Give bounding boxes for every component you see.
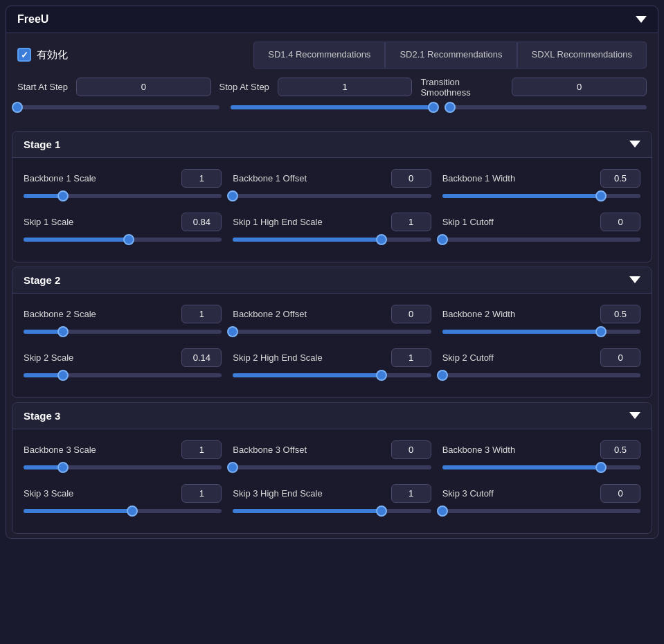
- skip-3-scale-group: Skip 3 Scale 1: [24, 481, 222, 525]
- stage-2-title: Stage 2: [24, 274, 60, 286]
- stage-2-backbone-row: Backbone 2 Scale 1 Backbone 2 Offset 0: [24, 302, 640, 346]
- skip-3-scale-slider[interactable]: [24, 506, 222, 517]
- stage-3-collapse-icon[interactable]: [629, 412, 640, 419]
- skip-3-cutoff-slider[interactable]: [442, 506, 640, 517]
- skip-3-cutoff-value[interactable]: 0: [600, 484, 640, 503]
- backbone-2-width-value[interactable]: 0.5: [600, 305, 640, 323]
- skip-2-cutoff-value[interactable]: 0: [600, 348, 640, 367]
- backbone-1-scale-value[interactable]: 1: [181, 169, 222, 188]
- backbone-1-offset-group: Backbone 1 Offset 0: [233, 166, 431, 210]
- backbone-3-scale-label: Backbone 3 Scale: [24, 445, 96, 455]
- backbone-1-width-value[interactable]: 0.5: [600, 169, 640, 188]
- skip-2-scale-value[interactable]: 0.14: [181, 348, 222, 367]
- skip-1-high-end-slider[interactable]: [233, 234, 431, 245]
- backbone-1-width-slider[interactable]: [442, 190, 640, 202]
- skip-3-high-end-group: Skip 3 High End Scale 1: [233, 481, 431, 525]
- skip-2-high-end-value[interactable]: 1: [391, 348, 431, 367]
- backbone-2-scale-value[interactable]: 1: [181, 305, 222, 323]
- backbone-2-width-slider[interactable]: [442, 326, 640, 337]
- skip-1-high-end-label: Skip 1 High End Scale: [233, 217, 322, 227]
- stage-3-section: Stage 3 Backbone 3 Scale 1 Backbone 3 Of…: [12, 402, 652, 534]
- stage-2-header: Stage 2: [12, 267, 652, 294]
- top-row: 有効化 SD1.4 Recommendations SD2.1 Recommen…: [17, 42, 647, 69]
- skip-1-scale-slider[interactable]: [24, 234, 222, 245]
- backbone-1-offset-slider[interactable]: [233, 190, 431, 202]
- stage-1-body: Backbone 1 Scale 1 Backbone 1 Offset 0: [12, 158, 652, 262]
- sd14-button[interactable]: SD1.4 Recommendations: [253, 42, 385, 69]
- start-step-value[interactable]: 0: [76, 78, 211, 96]
- skip-2-scale-slider[interactable]: [24, 370, 222, 381]
- backbone-1-width-label: Backbone 1 Width: [442, 173, 516, 184]
- backbone-3-width-group: Backbone 3 Width 0.5: [442, 438, 640, 481]
- skip-1-cutoff-group: Skip 1 Cutoff 0: [442, 210, 640, 253]
- skip-1-cutoff-label: Skip 1 Cutoff: [442, 217, 494, 227]
- backbone-2-offset-slider[interactable]: [233, 326, 431, 337]
- skip-1-scale-value[interactable]: 0.84: [181, 213, 222, 231]
- sd21-button[interactable]: SD2.1 Recommendations: [385, 42, 517, 69]
- skip-3-scale-value[interactable]: 1: [181, 484, 222, 503]
- backbone-3-width-slider[interactable]: [442, 462, 640, 473]
- enable-checkbox[interactable]: [17, 48, 31, 62]
- sdxl-button[interactable]: SDXL Recommendations: [517, 42, 647, 69]
- backbone-1-width-group: Backbone 1 Width 0.5: [442, 166, 640, 210]
- backbone-1-offset-label: Backbone 1 Offset: [233, 173, 307, 184]
- skip-1-scale-label: Skip 1 Scale: [24, 217, 73, 227]
- backbone-3-offset-group: Backbone 3 Offset 0: [233, 438, 431, 481]
- skip-2-high-end-group: Skip 2 High End Scale 1: [233, 346, 431, 389]
- skip-3-high-end-slider[interactable]: [233, 506, 431, 517]
- skip-1-high-end-group: Skip 1 High End Scale 1: [233, 210, 431, 253]
- recommendation-buttons: SD1.4 Recommendations SD2.1 Recommendati…: [253, 42, 647, 69]
- skip-1-cutoff-slider[interactable]: [442, 234, 640, 245]
- skip-3-high-end-value[interactable]: 1: [391, 484, 431, 503]
- skip-2-cutoff-label: Skip 2 Cutoff: [442, 352, 494, 363]
- backbone-1-scale-group: Backbone 1 Scale 1: [24, 166, 222, 210]
- transition-label: Transition Smoothness: [420, 77, 503, 98]
- stage-2-body: Backbone 2 Scale 1 Backbone 2 Offset 0: [12, 294, 652, 397]
- backbone-1-offset-value[interactable]: 0: [391, 169, 431, 188]
- skip-1-scale-group: Skip 1 Scale 0.84: [24, 210, 222, 253]
- stage-2-skip-row: Skip 2 Scale 0.14 Skip 2 High End Scale …: [24, 346, 640, 389]
- stage-2-collapse-icon[interactable]: [629, 276, 640, 283]
- transition-slider[interactable]: [445, 102, 647, 113]
- skip-1-cutoff-value[interactable]: 0: [600, 213, 640, 231]
- step-row: Start At Step 0 Stop At Step 1 Transitio…: [17, 77, 647, 98]
- freeu-panel: FreeU 有効化 SD1.4 Recommendations SD2.1 Re…: [6, 6, 658, 539]
- stage-3-title: Stage 3: [24, 410, 60, 422]
- stage-1-collapse-icon[interactable]: [629, 141, 640, 147]
- top-controls: 有効化 SD1.4 Recommendations SD2.1 Recommen…: [6, 33, 658, 127]
- backbone-2-scale-slider[interactable]: [24, 326, 222, 337]
- backbone-3-offset-slider[interactable]: [233, 462, 431, 473]
- backbone-3-scale-slider[interactable]: [24, 462, 222, 473]
- skip-1-high-end-value[interactable]: 1: [391, 213, 431, 231]
- stage-3-header: Stage 3: [12, 403, 652, 429]
- skip-2-cutoff-group: Skip 2 Cutoff 0: [442, 346, 640, 389]
- backbone-1-scale-label: Backbone 1 Scale: [24, 173, 96, 184]
- stop-step-value[interactable]: 1: [278, 78, 413, 96]
- stop-step-slider[interactable]: [231, 102, 433, 113]
- stage-2-section: Stage 2 Backbone 2 Scale 1 Backbone 2 Of…: [12, 267, 652, 398]
- start-step-label: Start At Step: [17, 82, 68, 92]
- panel-title: FreeU: [17, 13, 48, 26]
- enable-group: 有効化: [17, 48, 68, 62]
- stop-step-label: Stop At Step: [219, 82, 269, 92]
- transition-value[interactable]: 0: [512, 78, 647, 96]
- backbone-1-scale-slider[interactable]: [24, 190, 222, 202]
- skip-2-high-end-slider[interactable]: [233, 370, 431, 381]
- backbone-3-scale-value[interactable]: 1: [181, 440, 222, 459]
- backbone-2-offset-value[interactable]: 0: [391, 305, 431, 323]
- stage-1-title: Stage 1: [24, 138, 60, 150]
- backbone-2-scale-label: Backbone 2 Scale: [24, 309, 96, 319]
- backbone-3-offset-value[interactable]: 0: [391, 440, 431, 459]
- skip-2-cutoff-slider[interactable]: [442, 370, 640, 381]
- stage-1-header: Stage 1: [12, 132, 652, 158]
- panel-header: FreeU: [6, 6, 658, 33]
- collapse-icon[interactable]: [636, 16, 647, 23]
- stage-1-backbone-row: Backbone 1 Scale 1 Backbone 1 Offset 0: [24, 166, 640, 210]
- skip-3-cutoff-group: Skip 3 Cutoff 0: [442, 481, 640, 525]
- enable-label: 有効化: [37, 48, 68, 62]
- start-step-slider[interactable]: [17, 102, 219, 113]
- skip-3-scale-label: Skip 3 Scale: [24, 488, 73, 499]
- skip-2-scale-group: Skip 2 Scale 0.14: [24, 346, 222, 389]
- stage-1-section: Stage 1 Backbone 1 Scale 1 Backbone 1: [12, 131, 652, 262]
- backbone-3-width-value[interactable]: 0.5: [600, 440, 640, 459]
